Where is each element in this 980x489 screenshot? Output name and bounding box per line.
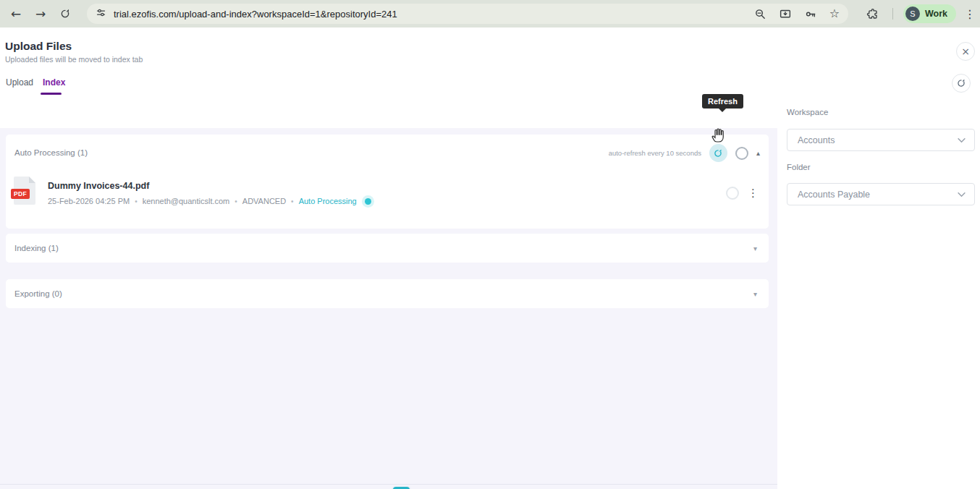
file-owner-email: kenneth@quanticslt.com — [143, 197, 230, 205]
reload-icon[interactable] — [55, 4, 75, 24]
forward-icon[interactable]: → — [30, 4, 51, 24]
auto-processing-section: Auto Processing (1) auto-refresh every 1… — [6, 135, 769, 229]
file-date: 25-Feb-2026 04:25 PM — [48, 197, 130, 205]
site-info-icon[interactable] — [96, 7, 106, 21]
expand-exporting-icon[interactable]: ▾ — [753, 279, 757, 308]
profile-label: Work — [925, 9, 947, 19]
collapse-section-icon[interactable]: ▴ — [756, 149, 760, 157]
separator-dot: • — [235, 197, 237, 205]
folder-value: Accounts Payable — [798, 190, 870, 200]
chevron-down-icon — [958, 192, 966, 197]
auto-processing-title: Auto Processing (1) — [14, 148, 88, 157]
index-content: Auto Processing (1) auto-refresh every 1… — [0, 128, 777, 489]
footer-divider — [0, 484, 777, 485]
file-name[interactable]: Dummy Invoices-44.pdf — [48, 181, 149, 191]
avatar: S — [905, 7, 920, 21]
key-icon[interactable] — [804, 8, 817, 20]
cursor-pointer-icon — [711, 126, 728, 148]
file-mode: ADVANCED — [242, 197, 286, 205]
screen: ← → trial.ezofis.com/upload-and-index?wo… — [0, 0, 980, 489]
workspace-value: Accounts — [798, 135, 835, 145]
back-icon[interactable]: ← — [6, 4, 26, 24]
upload-files-page: Upload Files Uploaded files will be move… — [0, 27, 980, 489]
page-subtitle: Uploaded files will be moved to index ta… — [5, 55, 143, 64]
url-bar[interactable]: trial.ezofis.com/upload-and-index?worksp… — [87, 4, 848, 24]
browser-toolbar: ← → trial.ezofis.com/upload-and-index?wo… — [0, 0, 980, 27]
exporting-title: Exporting (0) — [14, 289, 62, 298]
folder-select[interactable]: Accounts Payable — [787, 183, 975, 205]
indexing-section[interactable]: Indexing (1) ▾ — [6, 234, 769, 263]
refresh-tooltip: Refresh — [702, 94, 743, 109]
zoom-out-icon[interactable] — [754, 8, 766, 20]
extensions-icon[interactable] — [866, 7, 879, 23]
url-text: trial.ezofis.com/upload-and-index?worksp… — [114, 9, 754, 20]
pdf-icon: PDF — [14, 177, 35, 205]
file-status: Auto Processing — [299, 197, 357, 205]
close-icon[interactable]: × — [956, 42, 975, 61]
expand-indexing-icon[interactable]: ▾ — [753, 234, 757, 263]
file-select-radio[interactable] — [726, 187, 739, 200]
chevron-down-icon — [958, 137, 966, 143]
screen-download-icon[interactable] — [779, 8, 792, 20]
profile-chip[interactable]: S Work — [903, 4, 956, 23]
tab-index[interactable]: Index — [43, 77, 65, 88]
folder-label: Folder — [787, 163, 811, 171]
file-meta: 25-Feb-2026 04:25 PM • kenneth@quanticsl… — [48, 197, 371, 205]
workspace-label: Workspace — [787, 108, 828, 116]
auto-refresh-note: auto-refresh every 10 seconds — [609, 149, 701, 157]
select-all-radio[interactable] — [735, 147, 748, 160]
separator-dot: • — [291, 197, 294, 205]
active-tab-underline — [41, 93, 62, 95]
toolbar-divider — [892, 8, 893, 20]
browser-menu-icon[interactable]: ⋮ — [963, 4, 977, 24]
separator-dot: • — [135, 197, 138, 205]
page-title: Upload Files — [5, 40, 72, 53]
indexing-title: Indexing (1) — [14, 244, 59, 252]
pdf-badge: PDF — [11, 189, 30, 199]
bookmark-star-icon[interactable]: ☆ — [829, 8, 840, 20]
status-dot-icon — [365, 198, 371, 205]
tab-upload[interactable]: Upload — [6, 77, 33, 88]
page-refresh-button[interactable] — [952, 74, 971, 93]
workspace-select[interactable]: Accounts — [787, 129, 975, 151]
file-menu-icon[interactable]: ⋮ — [748, 188, 759, 199]
exporting-section[interactable]: Exporting (0) ▾ — [6, 279, 769, 308]
